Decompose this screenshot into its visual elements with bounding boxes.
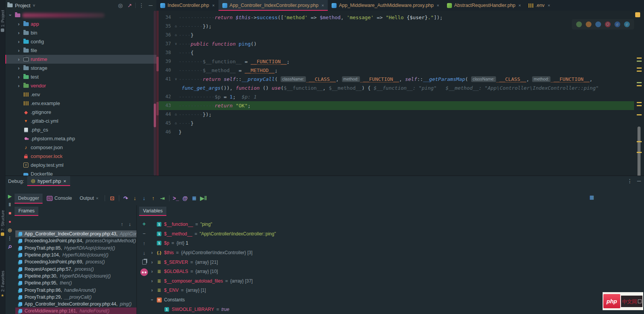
step-into-button[interactable]: ↓	[130, 195, 140, 201]
chevron-expanded-icon[interactable]: ›	[8, 13, 13, 18]
editor-scrollbar-thumb[interactable]	[637, 127, 641, 176]
code-line[interactable]: 40········$__method__ = __METHOD__;	[159, 66, 634, 75]
variable-row[interactable]: ›≣$__composer_autoload_files={array} [37…	[150, 276, 644, 286]
previous-frame-button[interactable]: ↑	[121, 221, 123, 227]
chevron-collapsed-icon[interactable]: ›	[16, 21, 21, 27]
stripe-mark[interactable]	[637, 105, 642, 106]
stripe-mark[interactable]	[637, 61, 642, 62]
close-tab-icon[interactable]: ×	[322, 3, 324, 8]
code-line[interactable]: 34············return $this->success(['me…	[159, 13, 634, 22]
project-item-.env[interactable]: .env	[5, 90, 156, 99]
stack-frame-row[interactable]: Pipeline.php:95, then()	[15, 279, 136, 286]
tab-variables[interactable]: Variables	[139, 207, 166, 215]
tool-window-button-favorites[interactable]: ★ 2: Favorites	[0, 271, 5, 297]
collapse-panel-button[interactable]: ↗	[126, 2, 133, 8]
chevron-collapsed-icon[interactable]: ›	[150, 288, 154, 293]
editor-tab[interactable]: .env×	[525, 0, 554, 11]
editor-tab[interactable]: IndexController.php×	[156, 0, 219, 11]
panel-options-button[interactable]: ⋮	[138, 2, 145, 8]
debug-header-options-button[interactable]: ⋮	[627, 178, 632, 184]
chevron-collapsed-icon[interactable]: ›	[16, 65, 21, 71]
evaluate-expression-button[interactable]: @	[181, 195, 190, 201]
view-breakpoints-button[interactable]: ●	[5, 219, 15, 225]
fold-marker-icon[interactable]: ∨	[173, 39, 179, 48]
project-item-.env.example[interactable]: .env.example	[5, 99, 156, 108]
run-to-cursor-button[interactable]: ⇥	[158, 195, 167, 201]
pin-button[interactable]: ⚲	[5, 244, 15, 250]
locate-file-button[interactable]: ◎	[117, 2, 124, 8]
editor-tab[interactable]: AbstractRequestHandler.php×	[443, 0, 525, 11]
stripe-mark[interactable]	[637, 102, 642, 103]
project-item-test[interactable]: ›test	[5, 72, 156, 81]
tool-window-button-structure[interactable]: 7: Structure	[0, 210, 5, 236]
variable-row[interactable]: ›πConstants	[150, 295, 644, 305]
tab-frames[interactable]: Frames	[15, 207, 38, 215]
code-editor[interactable]: 34············return $this->success(['me…	[156, 11, 644, 176]
pause-button[interactable]: ‖	[5, 202, 15, 208]
variable-row[interactable]: ›1$__method__="App\Controller\IndexContr…	[150, 229, 644, 239]
execution-line[interactable]: 43············return "OK";	[159, 101, 634, 110]
chevron-expanded-icon[interactable]: ›	[150, 298, 155, 302]
stripe-mark[interactable]	[637, 58, 642, 59]
stripe-mark[interactable]	[637, 85, 642, 86]
variable-row[interactable]: ›≣$_ENV={array} [1]	[150, 286, 644, 295]
code-line[interactable]: 44⌂········});	[159, 110, 634, 119]
project-item-storage[interactable]: ›storage	[5, 64, 156, 72]
fold-marker-icon[interactable]: ⌂	[173, 110, 179, 119]
stop-button[interactable]: ■	[5, 210, 15, 216]
tab-console[interactable]: >_ Console	[43, 194, 76, 203]
show-values-button[interactable]: ≣	[190, 195, 199, 201]
chrome-icon[interactable]	[576, 21, 582, 27]
stack-frame-row[interactable]: App_Controller_IndexController.proxy.php…	[15, 301, 136, 307]
stack-frame-row[interactable]: Pipeline.php:104, Hyperf\Utils\{closure}…	[15, 252, 136, 258]
code-line[interactable]: func_get_args()), function () use($__fun…	[159, 84, 634, 92]
code-line[interactable]: 39········$__function__ = __FUNCTION__;	[159, 57, 634, 66]
close-session-icon[interactable]: ×	[63, 178, 66, 184]
chevron-collapsed-icon[interactable]: ›	[150, 278, 154, 284]
chevron-collapsed-icon[interactable]: ›	[16, 56, 21, 62]
chevron-collapsed-icon[interactable]: ›	[150, 250, 154, 255]
project-item-.phpstorm.meta.php[interactable]: .phpstorm.meta.php	[5, 134, 156, 143]
chevron-collapsed-icon[interactable]: ›	[150, 260, 154, 265]
fold-marker-icon[interactable]: ⌂	[173, 119, 179, 128]
project-item-Dockerfile[interactable]: Dockerfile	[5, 169, 156, 176]
chevron-collapsed-icon[interactable]: ›	[16, 30, 21, 36]
chevron-collapsed-icon[interactable]: ›	[16, 39, 21, 44]
code-line[interactable]: 36⌂····}	[159, 31, 634, 39]
project-item-composer.json[interactable]: ♪composer.json	[5, 143, 156, 152]
close-tab-icon[interactable]: ×	[519, 3, 521, 8]
step-out-button[interactable]: ↑	[149, 195, 158, 201]
code-line[interactable]: 42············$p = 1; $p: 1	[159, 92, 634, 101]
restore-layout-button[interactable]: ▦	[590, 194, 594, 200]
project-item-file[interactable]: ›file	[5, 46, 156, 55]
code-line[interactable]: 38····{	[159, 48, 634, 57]
fold-marker-icon[interactable]: ∨	[173, 75, 179, 84]
fold-marker-icon[interactable]: ⌂	[173, 22, 179, 31]
show-watches-button[interactable]	[140, 268, 148, 276]
stripe-mark[interactable]	[637, 71, 642, 72]
stack-frame-row[interactable]: ProxyTrait.php:29, __proxyCall()	[15, 294, 136, 301]
code-line[interactable]: 41∨········return self::__proxyCall( cla…	[159, 75, 634, 84]
force-step-into-button[interactable]: ↓	[140, 195, 149, 201]
project-item-composer.lock[interactable]: composer.lock	[5, 152, 156, 161]
close-output-icon[interactable]: ×	[96, 196, 98, 201]
editor-tab[interactable]: App_Controller_IndexController.proxy.php…	[219, 0, 328, 11]
tool-window-button-project[interactable]: 1: Project	[0, 10, 5, 32]
remove-watch-button[interactable]: −	[143, 231, 146, 237]
stripe-mark[interactable]	[637, 141, 642, 142]
stack-frame-row[interactable]: CoreMiddleware.php:161, handleFound()	[15, 307, 136, 314]
chevron-collapsed-icon[interactable]: ›	[16, 83, 21, 89]
duplicate-watch-icon[interactable]	[142, 260, 146, 265]
debug-header-hide-button[interactable]: ─	[637, 178, 641, 184]
chevron-collapsed-icon[interactable]: ›	[16, 74, 21, 80]
stack-frame-row[interactable]: App_Controller_IndexController.proxy.php…	[15, 230, 136, 237]
stack-frame-row[interactable]: Pipeline.php:30, Hyperf\Di\Aop\{closure}…	[15, 273, 136, 279]
project-item-root[interactable]: ›	[5, 11, 156, 20]
project-item-runtime[interactable]: ›runtime	[5, 55, 156, 64]
next-frame-button[interactable]: ↓	[129, 221, 131, 227]
evaluate-console-button[interactable]: >_	[171, 195, 181, 201]
move-watch-up-button[interactable]: ↑	[143, 240, 146, 246]
inspections-indicator-icon[interactable]	[635, 12, 640, 17]
show-execution-point-button[interactable]: ⊡	[108, 195, 117, 201]
project-item-config[interactable]: ›config	[5, 37, 156, 46]
